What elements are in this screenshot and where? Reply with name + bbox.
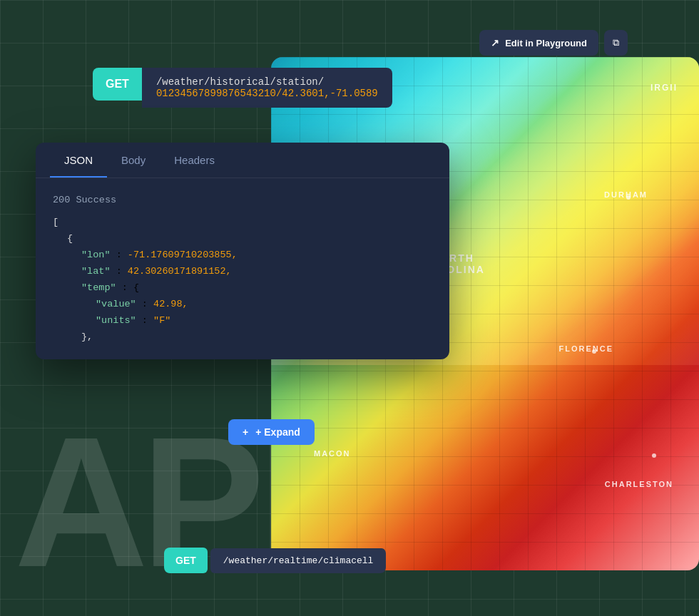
edit-playground-label: Edit in Playground: [505, 38, 587, 48]
bottom-url: /weather/realtime/climacell: [210, 548, 387, 573]
json-key-temp: "temp": [81, 282, 116, 293]
top-url-params: 01234567899876543210/42.3601,-71.0589: [156, 88, 378, 99]
tab-json[interactable]: JSON: [50, 143, 107, 178]
json-tabs: JSON Body Headers: [36, 143, 449, 178]
top-get-badge: GET: [93, 68, 142, 101]
edit-playground-button[interactable]: ↗ Edit in Playground: [479, 30, 598, 56]
json-row-lat: "lat" : 42.30260171891152,: [53, 264, 432, 280]
copy-button[interactable]: ⧉: [604, 30, 628, 56]
map-label-florence: Florence: [559, 344, 614, 353]
json-val-lon: -71.17609710203855,: [128, 250, 238, 260]
expand-button[interactable]: + + Expand: [228, 419, 315, 445]
json-row-close-brace: },: [53, 329, 432, 346]
json-colon-value: :: [142, 299, 153, 309]
expand-label: + Expand: [255, 426, 300, 438]
map-dot-3: [652, 453, 656, 458]
json-row-units: "units" : "F": [53, 313, 432, 329]
json-colon-temp: : {: [122, 282, 139, 293]
bottom-get-badge: GET: [164, 548, 208, 573]
json-colon-units: :: [142, 315, 153, 326]
map-label-macon: Macon: [314, 449, 351, 458]
external-link-icon: ↗: [491, 37, 499, 48]
json-row-lon: "lon" : -71.17609710203855,: [53, 247, 432, 264]
json-key-lon: "lon": [81, 250, 111, 260]
toolbar: ↗ Edit in Playground ⧉: [479, 30, 628, 56]
map-label-virginia: IRGII: [650, 83, 678, 93]
json-key-value: "value": [96, 299, 136, 309]
json-content: 200 Success [ { "lon" : -71.176097102038…: [36, 178, 449, 359]
json-key-units: "units": [96, 315, 136, 326]
json-val-lat: 42.30260171891152,: [128, 266, 232, 277]
copy-icon: ⧉: [613, 37, 619, 48]
json-val-units: "F": [153, 315, 170, 326]
status-line: 200 Success: [53, 192, 432, 209]
tab-body[interactable]: Body: [107, 143, 160, 178]
json-colon-lon: :: [116, 250, 128, 260]
json-close-brace-comma: },: [81, 332, 93, 342]
tab-headers[interactable]: Headers: [160, 143, 229, 178]
json-row-value: "value" : 42.98,: [53, 297, 432, 313]
top-url-container: /weather/historical/station/ 01234567899…: [142, 68, 392, 108]
json-key-lat: "lat": [81, 266, 111, 277]
top-url-path: /weather/historical/station/: [156, 76, 378, 88]
json-open-bracket: [: [53, 215, 432, 231]
json-open-brace: {: [67, 233, 73, 244]
json-row-temp: "temp" : {: [53, 280, 432, 297]
plus-icon: +: [243, 426, 248, 438]
bottom-request-bar: GET /weather/realtime/climacell: [164, 548, 386, 573]
map-label-charleston: Charleston: [605, 480, 673, 488]
json-val-value: 42.98,: [153, 299, 188, 309]
top-request-bar: GET /weather/historical/station/ 0123456…: [93, 68, 392, 108]
json-row-1: {: [53, 231, 432, 247]
json-colon-lat: :: [116, 266, 128, 277]
json-panel: JSON Body Headers 200 Success [ { "lon" …: [36, 143, 449, 359]
